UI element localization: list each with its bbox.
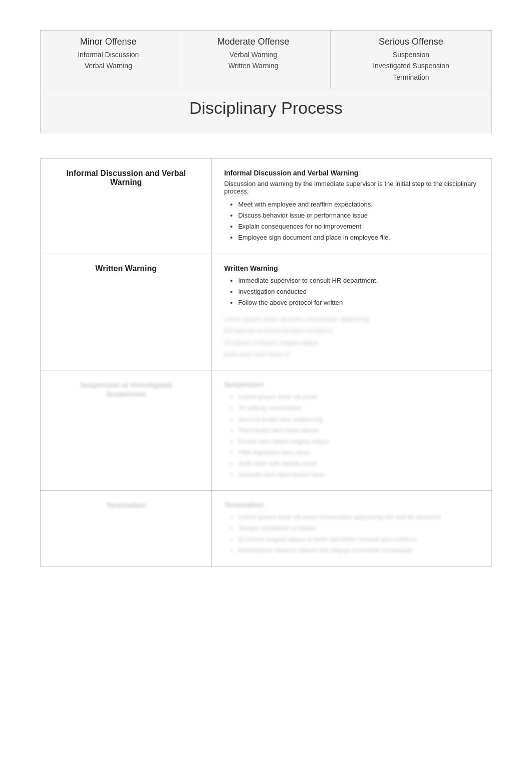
serious-offense-title: Serious Offense bbox=[341, 37, 481, 47]
list-item: Tempor incididunt ut labore bbox=[238, 523, 479, 534]
row2-bullet-list: Immediate supervisor to consult HR depar… bbox=[224, 275, 479, 308]
list-item: Lorem ipsum dolor sit amet bbox=[238, 392, 479, 403]
row4-left-label: Termination bbox=[41, 491, 212, 566]
list-item: Immediate supervisor to consult HR depar… bbox=[238, 275, 479, 286]
list-item: Sixth item with details amet bbox=[238, 458, 479, 469]
list-item: Employee sign document and place in empl… bbox=[238, 232, 479, 243]
row1-right-content: Informal Discussion and Verbal Warning D… bbox=[212, 159, 492, 254]
list-item: Follow the above protocol for written bbox=[238, 297, 479, 308]
row3-bullet-list: Lorem ipsum dolor sit amet To setting co… bbox=[224, 392, 479, 480]
moderate-item-1: Verbal Warning bbox=[229, 51, 277, 59]
list-item: Et dolore magna aliqua ut enim ad minim … bbox=[238, 534, 479, 545]
row4-right-content: Termination Lorem ipsum dolor sit amet c… bbox=[212, 491, 492, 566]
list-item: Fifth important item dolor bbox=[238, 447, 479, 458]
row1-bullet-list: Meet with employee and reaffirm expectat… bbox=[224, 199, 479, 243]
row2-left-label: Written Warning bbox=[41, 254, 212, 370]
list-item: Investigation conducted bbox=[238, 286, 479, 297]
moderate-offense-title: Moderate Offense bbox=[186, 37, 320, 47]
minor-item-2: Verbal Warning bbox=[85, 62, 132, 70]
moderate-item-2: Written Warning bbox=[228, 62, 279, 70]
list-item: Discuss behavior issue or performance is… bbox=[238, 210, 479, 221]
row2-blurred-extra: Lorem ipsum dolor sit amet consectetur a… bbox=[224, 313, 479, 360]
serious-offense-items: Suspension Investigated Suspension Termi… bbox=[341, 49, 481, 83]
serious-offense-col: Serious Offense Suspension Investigated … bbox=[330, 31, 491, 89]
row3-right-content: Suspension Lorem ipsum dolor sit amet To… bbox=[212, 370, 492, 491]
row4-bullet-list: Lorem ipsum dolor sit amet consectetur a… bbox=[224, 512, 479, 556]
row4-section-title: Termination bbox=[224, 501, 479, 509]
minor-item-1: Informal Discussion bbox=[78, 51, 139, 59]
minor-offense-items: Informal Discussion Verbal Warning bbox=[51, 49, 166, 72]
serious-item-3: Termination bbox=[393, 73, 429, 81]
list-item: Fourth item listed magna aliqua bbox=[238, 436, 479, 447]
list-item: Lorem ipsum dolor sit amet consectetur a… bbox=[238, 512, 479, 523]
table-row: Informal Discussion and VerbalWarning In… bbox=[41, 159, 492, 254]
list-item: Explain consequences for no improvement bbox=[238, 221, 479, 232]
row1-left-label: Informal Discussion and VerbalWarning bbox=[41, 159, 212, 254]
row2-section-title: Written Warning bbox=[224, 264, 479, 272]
row1-left-text: Informal Discussion and VerbalWarning bbox=[67, 169, 186, 186]
list-item: Second bullet item adipiscing bbox=[238, 414, 479, 425]
row4-left-text: Termination bbox=[106, 501, 146, 509]
offense-header-table: Minor Offense Informal Discussion Verbal… bbox=[40, 30, 492, 89]
moderate-offense-items: Verbal Warning Written Warning bbox=[186, 49, 320, 72]
row1-section-title: Informal Discussion and Verbal Warning bbox=[224, 169, 479, 177]
minor-offense-col: Minor Offense Informal Discussion Verbal… bbox=[41, 31, 176, 89]
row2-left-text: Written Warning bbox=[95, 264, 157, 273]
row3-left-text: Suspension or InvestigatedSuspension bbox=[80, 381, 172, 398]
moderate-offense-col: Moderate Offense Verbal Warning Written … bbox=[176, 31, 330, 89]
list-item: Exercitation ullamco laboris nisi aliqui… bbox=[238, 545, 479, 556]
list-item: Third bullet item here labore bbox=[238, 425, 479, 436]
serious-item-1: Suspension bbox=[393, 51, 429, 59]
row3-left-label: Suspension or InvestigatedSuspension bbox=[41, 370, 212, 491]
table-row: Termination Termination Lorem ipsum dolo… bbox=[41, 491, 492, 566]
disciplinary-process-table: Informal Discussion and VerbalWarning In… bbox=[40, 158, 492, 566]
table-row: Written Warning Written Warning Immediat… bbox=[41, 254, 492, 370]
minor-offense-title: Minor Offense bbox=[51, 37, 166, 47]
serious-item-2: Investigated Suspension bbox=[373, 62, 449, 70]
row1-section-intro: Discussion and warning by the immediate … bbox=[224, 180, 479, 195]
table-row: Suspension or InvestigatedSuspension Sus… bbox=[41, 370, 492, 491]
row3-section-title: Suspension bbox=[224, 380, 479, 388]
page-title: Disciplinary Process bbox=[40, 89, 492, 133]
row2-right-content: Written Warning Immediate supervisor to … bbox=[212, 254, 492, 370]
list-item: To setting consectetur bbox=[238, 403, 479, 414]
list-item: Meet with employee and reaffirm expectat… bbox=[238, 199, 479, 210]
list-item: Seventh item description here bbox=[238, 469, 479, 480]
